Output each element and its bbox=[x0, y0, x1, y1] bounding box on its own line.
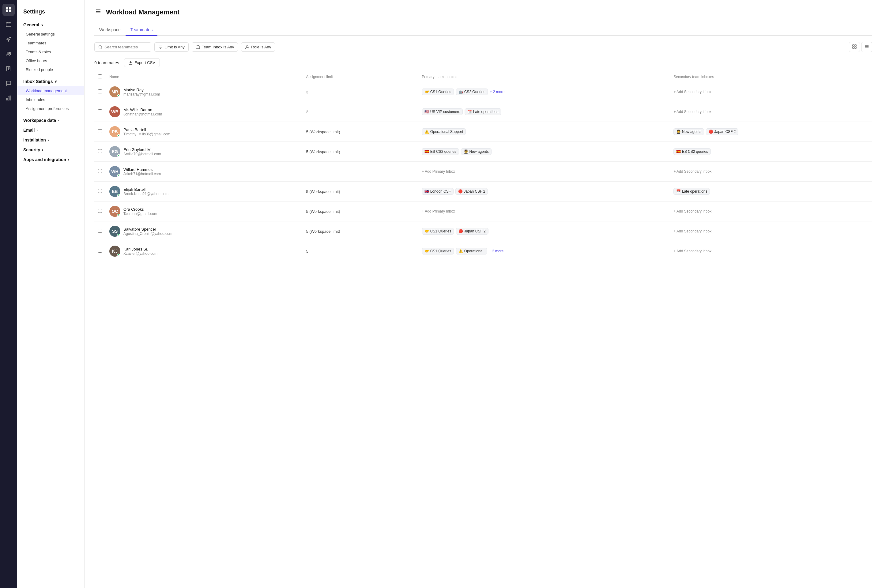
secondary-inboxes-cell: + Add Secondary inbox bbox=[670, 242, 872, 261]
teammates-count: 9 teammates bbox=[94, 60, 119, 65]
teammate-name: Paula Bartell bbox=[123, 128, 170, 132]
search-input[interactable] bbox=[104, 45, 147, 49]
primary-inboxes-cell: 🇬🇧 London CSF🔴 Japan CSF 2 bbox=[418, 182, 670, 201]
inbox-tag: 🧑‍🎓 New agents bbox=[461, 148, 492, 155]
sidebar-section-email[interactable]: Email › bbox=[17, 125, 84, 135]
row-checkbox[interactable] bbox=[98, 229, 102, 233]
sidebar-section-workspace-data[interactable]: Workspace data › bbox=[17, 116, 84, 125]
role-filter-btn[interactable]: Role is Any bbox=[241, 42, 275, 52]
add-primary-inbox-link[interactable]: + Add Primary Inbox bbox=[422, 209, 455, 213]
sidebar-item-teams-roles[interactable]: Teams & roles bbox=[17, 48, 84, 56]
nav-icon-grid[interactable] bbox=[3, 4, 15, 16]
teammate-email: Arvilla70@hotmail.com bbox=[123, 152, 161, 156]
inbox-tag: 🤝 CS1 Queries bbox=[422, 228, 454, 235]
svg-rect-9 bbox=[10, 96, 11, 100]
menu-button[interactable] bbox=[94, 8, 102, 17]
assignment-limit-cell: 3 bbox=[303, 82, 418, 102]
inbox-tag: 📅 Late operations bbox=[465, 108, 501, 115]
teammate-name: Marisa Ray bbox=[123, 88, 160, 92]
sidebar-item-blocked-people[interactable]: Blocked people bbox=[17, 65, 84, 74]
svg-rect-15 bbox=[196, 46, 200, 49]
select-all-checkbox[interactable] bbox=[98, 74, 102, 78]
nav-icon-inbox[interactable] bbox=[3, 18, 15, 31]
col-primary: Primary team inboxes bbox=[418, 72, 670, 82]
search-input-wrap[interactable] bbox=[94, 42, 151, 52]
inbox-tag: 🔴 Japan CSF 2 bbox=[455, 188, 488, 195]
avatar: PB bbox=[110, 126, 120, 137]
table-row: KJ Karl Jones Sr. Xzavier@yahoo.com 5🤝 C… bbox=[94, 242, 872, 261]
row-checkbox[interactable] bbox=[98, 189, 102, 193]
assignment-limit-cell: 5 (Workspace limit) bbox=[303, 221, 418, 242]
primary-inboxes-cell: 🇺🇸 US VIP customers📅 Late operations bbox=[418, 102, 670, 122]
more-tag[interactable]: + 2 more bbox=[489, 249, 504, 253]
tab-teammates[interactable]: Teammates bbox=[126, 24, 158, 36]
avatar: MR bbox=[110, 86, 120, 98]
add-secondary-inbox-link[interactable]: + Add Secondary inbox bbox=[674, 110, 711, 114]
more-tag[interactable]: + 2 more bbox=[490, 90, 504, 94]
view-buttons bbox=[849, 42, 872, 52]
limit-icon bbox=[158, 45, 163, 49]
inbox-tag: 🤝 CS1 Queries bbox=[422, 88, 454, 95]
sidebar-section-inbox-settings[interactable]: Inbox Settings ∨ bbox=[17, 76, 84, 86]
svg-rect-2 bbox=[6, 10, 8, 12]
sidebar-item-general-settings[interactable]: General settings bbox=[17, 30, 84, 39]
secondary-inboxes-cell: + Add Secondary inbox bbox=[670, 162, 872, 182]
sidebar-item-teammates[interactable]: Teammates bbox=[17, 39, 84, 48]
primary-inboxes-cell: + Add Primary Inbox bbox=[418, 162, 670, 182]
secondary-inboxes-cell: + Add Secondary inbox bbox=[670, 102, 872, 122]
assignment-limit-cell: 5 bbox=[303, 242, 418, 261]
nav-icon-book[interactable] bbox=[3, 63, 15, 75]
svg-rect-7 bbox=[6, 98, 8, 100]
card-view-btn[interactable] bbox=[849, 42, 860, 52]
team-inbox-filter-btn[interactable]: Team Inbox is Any bbox=[192, 42, 238, 52]
list-view-btn[interactable] bbox=[861, 42, 872, 52]
svg-rect-4 bbox=[6, 22, 11, 27]
nav-icon-chat[interactable] bbox=[3, 77, 15, 89]
add-secondary-inbox-link[interactable]: + Add Secondary inbox bbox=[674, 209, 711, 213]
table-row: EB Elijah Bartell Brook.Kuhn21@yahoo.com… bbox=[94, 182, 872, 201]
export-csv-button[interactable]: Export CSV bbox=[124, 58, 160, 67]
sidebar-item-inbox-rules[interactable]: Inbox rules bbox=[17, 95, 84, 104]
table-row: WB Mr. Willis Barton Jonathan@hotmail.co… bbox=[94, 102, 872, 122]
sidebar-item-office-hours[interactable]: Office hours bbox=[17, 56, 84, 65]
tab-workspace[interactable]: Workspace bbox=[94, 24, 126, 36]
sidebar-section-security[interactable]: Security › bbox=[17, 145, 84, 154]
row-checkbox[interactable] bbox=[98, 129, 102, 133]
page-title: Workload Management bbox=[106, 8, 180, 16]
secondary-inboxes-cell: 📅 Late operations bbox=[670, 182, 872, 201]
add-secondary-inbox-link[interactable]: + Add Secondary inbox bbox=[674, 229, 711, 233]
row-checkbox[interactable] bbox=[98, 249, 102, 253]
sidebar-section-installation[interactable]: Installation › bbox=[17, 135, 84, 145]
nav-icon-users[interactable] bbox=[3, 48, 15, 60]
search-icon bbox=[98, 45, 103, 49]
limit-filter-btn[interactable]: Limit is Any bbox=[154, 42, 189, 52]
row-checkbox[interactable] bbox=[98, 149, 102, 153]
settings-title: Settings bbox=[23, 9, 45, 15]
teammate-name-cell: OC Ora Crooks Taurean@gmail.com bbox=[106, 201, 303, 221]
inbox-tag: 🇬🇧 London CSF bbox=[422, 188, 453, 195]
sidebar-section-apps-integration[interactable]: Apps and integration › bbox=[17, 154, 84, 165]
primary-inboxes-cell: 🤝 CS1 Queries🤖 CS2 Queries+ 2 more bbox=[418, 82, 670, 102]
nav-icon-send[interactable] bbox=[3, 33, 15, 45]
row-checkbox[interactable] bbox=[98, 169, 102, 173]
nav-icon-chart[interactable] bbox=[3, 92, 15, 104]
avatar: KJ bbox=[110, 246, 120, 256]
general-chevron-icon: ∨ bbox=[41, 23, 44, 27]
row-checkbox[interactable] bbox=[98, 209, 102, 213]
sidebar-item-workload-management[interactable]: Workload management bbox=[17, 86, 84, 95]
row-checkbox[interactable] bbox=[98, 89, 102, 93]
table-row: WH Willard Hammes Jakob71@hotmail.com —+… bbox=[94, 162, 872, 182]
row-checkbox[interactable] bbox=[98, 110, 102, 113]
add-secondary-inbox-link[interactable]: + Add Secondary inbox bbox=[674, 170, 711, 174]
add-secondary-inbox-link[interactable]: + Add Secondary inbox bbox=[674, 90, 711, 94]
installation-chevron-icon: › bbox=[48, 138, 49, 142]
add-primary-inbox-link[interactable]: + Add Primary Inbox bbox=[422, 170, 455, 174]
svg-rect-1 bbox=[9, 8, 11, 9]
avatar: WH bbox=[110, 166, 120, 177]
teammate-name: Erin Gaylord IV bbox=[123, 147, 161, 152]
add-secondary-inbox-link[interactable]: + Add Secondary inbox bbox=[674, 249, 711, 253]
email-chevron-icon: › bbox=[36, 128, 38, 132]
sidebar-section-general[interactable]: General ∨ bbox=[17, 20, 84, 30]
sidebar-item-assignment-preferences[interactable]: Assignment preferences bbox=[17, 104, 84, 113]
teammate-name-cell: EB Elijah Bartell Brook.Kuhn21@yahoo.com bbox=[106, 182, 303, 201]
